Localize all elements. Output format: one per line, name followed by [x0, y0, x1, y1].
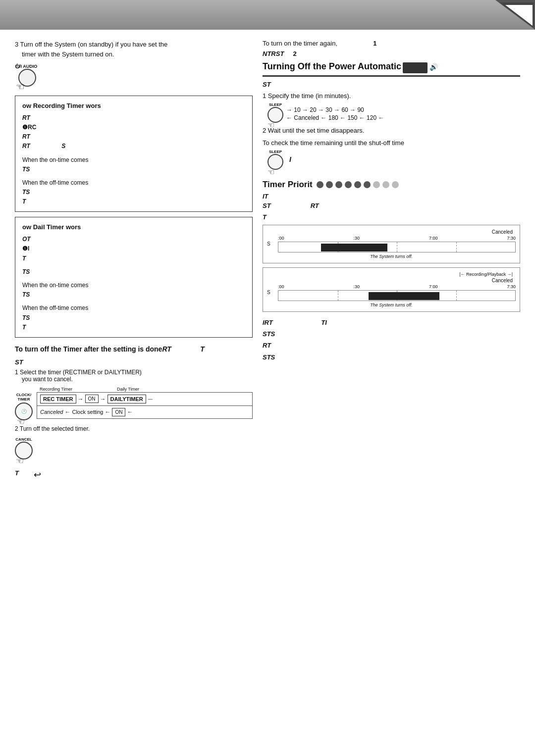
tick-00: :00 [278, 236, 284, 241]
irt-row: IRT TI [263, 317, 520, 328]
dot-9 [392, 181, 399, 188]
t-suffix: T [200, 345, 205, 353]
sts-row1: STS [263, 328, 520, 340]
on-time-label: When the on-time comes [22, 155, 245, 165]
off-time-label: When the off-time comes [22, 178, 245, 188]
flow-top-labels: Recording Timer Daily Timer [37, 387, 253, 392]
power-label: ⏻/I AUDIO [15, 64, 37, 69]
rt-bottom-row: RT [263, 340, 520, 351]
s-label-1: S [267, 241, 276, 247]
clock-setting-text: Clock setting [72, 409, 103, 415]
it-label-row: IT [263, 193, 520, 200]
turn-off-heading: To turn off the Timer after the setting … [15, 345, 253, 354]
bar-1 [321, 244, 387, 252]
on-time-daily: When the on-time comes [22, 281, 245, 290]
step2-right-text: 2 Wait until the set time disappears. [263, 127, 364, 134]
dot-6 [364, 181, 371, 188]
step3-intro: 3 Turn off the System (on standby) if yo… [15, 40, 253, 59]
recording-timer-title: ow Recording Timer wors [22, 101, 245, 111]
chart-1: :00 :30 7:00 7:30 [278, 236, 516, 252]
flow-dash-end: — [148, 397, 153, 402]
on-btn2: ON [112, 408, 125, 416]
rec-timer-label: Recording Timer [40, 387, 72, 392]
t-line1: T [22, 197, 245, 206]
sleep-row2: ← Canceled ← 180 ← 150 ← 120 ← [286, 114, 384, 121]
bottom-labels: IRT TI STS RT STS [263, 317, 520, 363]
step-num-2: 2 [293, 50, 296, 57]
recording-timer-box: ow Recording Timer wors RT ❶RC RT RT S W… [15, 96, 253, 212]
cancel-circle: ☜ [15, 442, 33, 459]
st-turn-off: ST [15, 358, 23, 366]
sts-label1: STS [263, 330, 275, 338]
flow-rows: Recording Timer Daily Timer REC TIMER → … [37, 387, 253, 419]
st-rt-row: ST RT [263, 202, 520, 209]
priority-diagram-1: Canceled S :00 :30 7:00 7:30 [263, 225, 520, 263]
timer-priority-heading: Timer Priorit [263, 180, 520, 190]
arrow-left-1: ← [64, 408, 70, 415]
bar-area-1 [278, 242, 516, 252]
tick2-730: 7:30 [507, 284, 516, 289]
dashed-1-2 [397, 242, 397, 252]
tick2-00: :00 [278, 284, 284, 289]
timer-flow-wrap: CLOCK/TIMER 🕐 ☜ Recording Timer Daily Ti… [15, 386, 253, 420]
arrow-left-3: ← [127, 408, 133, 415]
t-daily-end: T [22, 323, 245, 332]
clock-icon: 🕐 ☜ [15, 403, 33, 420]
step3-text1: 3 Turn off the System (on standby) if yo… [15, 41, 167, 48]
sts-label2: STS [263, 353, 275, 361]
dashed-2-3 [456, 291, 457, 301]
dot-2 [326, 181, 333, 188]
dot-row [317, 181, 399, 188]
note-1: The System turns off. [267, 254, 516, 259]
t-line-daily: T [22, 254, 245, 263]
chart-2: :00 :30 7:00 7:30 [278, 284, 516, 301]
left-column: 3 Turn off the System (on standby) if yo… [15, 40, 253, 480]
rt-s-line: RT S [22, 142, 245, 151]
timer-priority-text: Timer Priorit [263, 180, 313, 190]
ticks-1: :00 :30 7:00 7:30 [278, 236, 516, 241]
return-arrow: ↩ [34, 469, 41, 480]
dot-4 [345, 181, 352, 188]
s-label-2: S [267, 290, 276, 295]
ts-line1: TS [22, 165, 245, 174]
i-line: ❶I [22, 244, 245, 253]
rt-label: RT [311, 202, 319, 209]
bar-area-2 [278, 290, 516, 301]
step1-text: 1 Select the timer (RECTIMER or DAILYTIM… [15, 369, 142, 376]
sts-row2: STS [263, 352, 520, 363]
ts-daily-1: TS [22, 267, 245, 277]
st-label2: ST [263, 202, 271, 209]
sleep-circle: ☜ [268, 107, 283, 123]
dot-1 [317, 181, 323, 188]
check-text: To check the time remaining until the sh… [263, 139, 404, 147]
recording-timer-body: RT ❶RC RT RT S When the on-time comes TS… [22, 113, 245, 207]
st-label: ST [263, 81, 271, 88]
turn-off-section: To turn off the Timer after the setting … [15, 345, 253, 480]
rc-line: ❶RC [22, 123, 245, 132]
arrow-right-1: → [78, 396, 84, 403]
turn-on-text: To turn on the timer again, [263, 40, 337, 47]
cancel-label: CANCEL [15, 437, 32, 442]
cancel-icon-wrap: CANCEL ☜ [15, 437, 33, 459]
ntrst-label: NTRST [263, 50, 284, 57]
bottom-t-labels: T ↩ [15, 469, 253, 480]
rec-playback-text: Recording/Playback [466, 272, 506, 277]
off-time-daily: When the off-time comes [22, 303, 245, 313]
sleep-flow: SLEEP ☜ → 10 → 20 → 30 → 60 → 90 ← Cance… [268, 102, 520, 123]
priority-diagram-2: |← Recording/Playback →| Canceled S :00 … [263, 267, 520, 312]
tick-730: 7:30 [507, 236, 516, 241]
t-label-row: T [263, 213, 520, 221]
ts-line2: TS [22, 188, 245, 197]
ot-line: OT [22, 235, 245, 244]
clock-label: CLOCK/TIMER [16, 393, 32, 402]
main-content: 3 Turn off the System (on standby) if yo… [0, 30, 535, 490]
sleep-label2: SLEEP [269, 150, 282, 154]
dot-8 [382, 181, 389, 188]
sleep-row1: → 10 → 20 → 30 → 60 → 90 [286, 106, 384, 113]
timeline-2: S :00 :30 7:00 7:30 [267, 284, 516, 301]
header-bar [0, 0, 535, 30]
daily-timer-btn: DAILYTIMER [107, 395, 146, 403]
clock-wrap: CLOCK/TIMER 🕐 ☜ [15, 393, 33, 420]
step1-sub: you want to cancel. [15, 376, 73, 383]
right-step1: 1 Specify the time (in minutes). [263, 92, 520, 100]
